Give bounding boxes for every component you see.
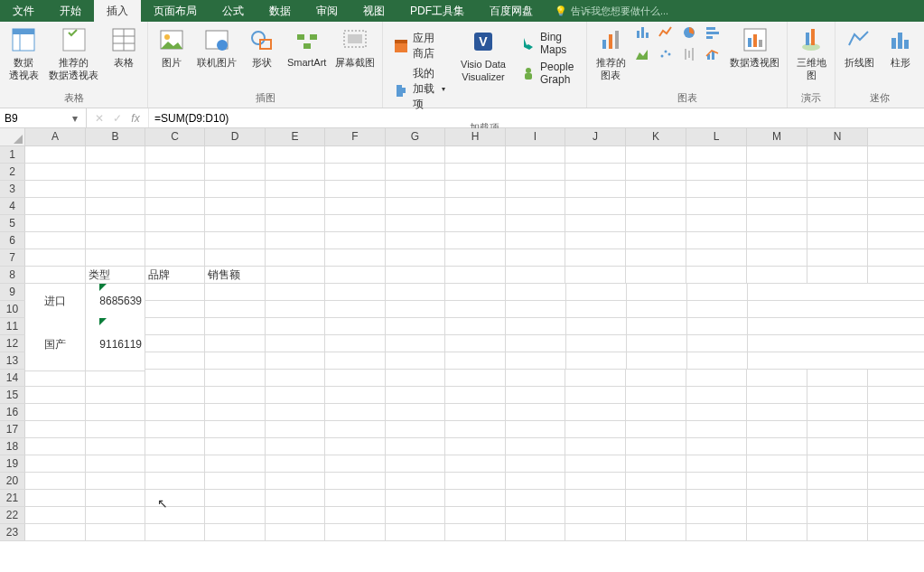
tab-data[interactable]: 数据 [257, 0, 303, 22]
cell-H18[interactable] [445, 438, 506, 455]
cell-I19[interactable] [506, 455, 565, 472]
cell-H1[interactable] [445, 146, 506, 163]
cell-I1[interactable] [506, 146, 565, 163]
fx-icon[interactable]: fx [128, 112, 143, 125]
cell-A5[interactable] [25, 215, 86, 231]
cell-G22[interactable] [386, 507, 445, 523]
cell-N2[interactable] [807, 164, 868, 180]
cell-I14[interactable] [506, 370, 565, 386]
row-header[interactable]: 3 [0, 181, 25, 197]
cell-K16[interactable] [626, 404, 686, 420]
cell-A8[interactable] [25, 267, 86, 283]
cell-A19[interactable] [25, 455, 86, 472]
chart-bar-icon[interactable] [703, 23, 723, 42]
tab-view[interactable]: 视图 [350, 0, 397, 22]
cell-E16[interactable] [266, 404, 325, 420]
cell-L3[interactable] [686, 181, 747, 197]
cell-A20[interactable] [25, 473, 86, 489]
col-header-E[interactable]: E [266, 128, 325, 145]
cell-K22[interactable] [626, 507, 686, 523]
cell-B6[interactable] [86, 232, 145, 248]
row-header[interactable]: 13 [0, 352, 25, 369]
row-header[interactable]: 18 [0, 438, 25, 455]
cell-G19[interactable] [386, 455, 445, 472]
cell-G6[interactable] [386, 232, 445, 248]
my-addins-button[interactable]: 我的加载项 ▾ [388, 64, 451, 114]
cell-N8[interactable] [807, 267, 868, 283]
cell-G17[interactable] [386, 421, 445, 437]
cell-D17[interactable] [205, 421, 266, 437]
cell-K9[interactable] [506, 284, 566, 300]
cell-H14[interactable] [445, 370, 506, 386]
cell-E4[interactable] [266, 198, 325, 214]
cell-F15[interactable] [325, 387, 386, 403]
cell-B22[interactable] [86, 507, 145, 523]
cell-E14[interactable] [266, 370, 325, 386]
cell-G12[interactable] [266, 335, 325, 352]
cell-A17[interactable] [25, 421, 86, 437]
cell-M9[interactable] [627, 284, 687, 300]
cell-J15[interactable] [565, 387, 626, 403]
cell-L7[interactable] [686, 249, 747, 266]
cell-B14[interactable] [86, 370, 145, 386]
cell-E15[interactable] [266, 387, 325, 403]
col-header-L[interactable]: L [686, 128, 747, 145]
table-button[interactable]: 表格 [104, 23, 144, 70]
cell-B18[interactable] [86, 438, 145, 455]
cell-K2[interactable] [626, 164, 686, 180]
cell-G23[interactable] [386, 524, 445, 540]
cell-H10[interactable] [325, 301, 386, 317]
tab-pdf[interactable]: PDF工具集 [397, 0, 477, 22]
cell-D6[interactable] [205, 232, 266, 248]
cell-H12[interactable] [325, 335, 386, 352]
cell-D23[interactable] [205, 524, 266, 540]
col-header-K[interactable]: K [626, 128, 686, 145]
chart-scatter-icon[interactable] [656, 45, 676, 63]
cell-J23[interactable] [565, 524, 626, 540]
cell-H16[interactable] [445, 404, 506, 420]
store-button[interactable]: 应用商店 [388, 29, 451, 63]
tab-review[interactable]: 审阅 [303, 0, 350, 22]
cell-D21[interactable] [205, 490, 266, 506]
cell-A9[interactable]: 进口 [25, 284, 86, 319]
cell-N7[interactable] [807, 249, 868, 266]
cell-N16[interactable] [807, 404, 868, 420]
cell-B5[interactable] [86, 215, 145, 231]
cell-K19[interactable] [626, 455, 686, 472]
cell-F9[interactable] [205, 284, 266, 300]
cell-F7[interactable] [325, 249, 386, 266]
cell-C2[interactable] [145, 164, 205, 180]
cell-M18[interactable] [747, 438, 807, 455]
recommended-pivot-button[interactable]: 推荐的 数据透视表 [45, 23, 102, 83]
cell-M4[interactable] [747, 198, 807, 214]
cell-B3[interactable] [86, 181, 145, 197]
cell-E6[interactable] [266, 232, 325, 248]
pivot-chart-button[interactable]: 数据透视图 [726, 23, 783, 70]
cell-J16[interactable] [565, 404, 626, 420]
recommended-charts-button[interactable]: 推荐的 图表 [591, 23, 630, 83]
cell-L18[interactable] [686, 438, 747, 455]
cell-H19[interactable] [445, 455, 506, 472]
cell-B8[interactable]: 类型 [86, 267, 145, 283]
smartart-button[interactable]: SmartArt [284, 23, 330, 70]
col-header-F[interactable]: F [325, 128, 386, 145]
cell-L23[interactable] [686, 524, 747, 540]
cell-K3[interactable] [626, 181, 686, 197]
cell-J9[interactable] [445, 284, 506, 300]
cell-A7[interactable] [25, 249, 86, 266]
cell-M16[interactable] [747, 404, 807, 420]
cell-K5[interactable] [626, 215, 686, 231]
row-header[interactable]: 23 [0, 524, 25, 540]
row-header[interactable]: 16 [0, 404, 25, 420]
cell-L15[interactable] [686, 387, 747, 403]
col-header-I[interactable]: I [506, 128, 565, 145]
cell-F13[interactable] [205, 352, 266, 369]
cell-J7[interactable] [565, 249, 626, 266]
cell-N19[interactable] [807, 455, 868, 472]
tab-baidu[interactable]: 百度网盘 [477, 0, 546, 22]
cell-E5[interactable] [266, 215, 325, 231]
cell-M3[interactable] [747, 181, 807, 197]
cell-N14[interactable] [807, 370, 868, 386]
cell-K1[interactable] [626, 146, 686, 163]
cell-F22[interactable] [325, 507, 386, 523]
